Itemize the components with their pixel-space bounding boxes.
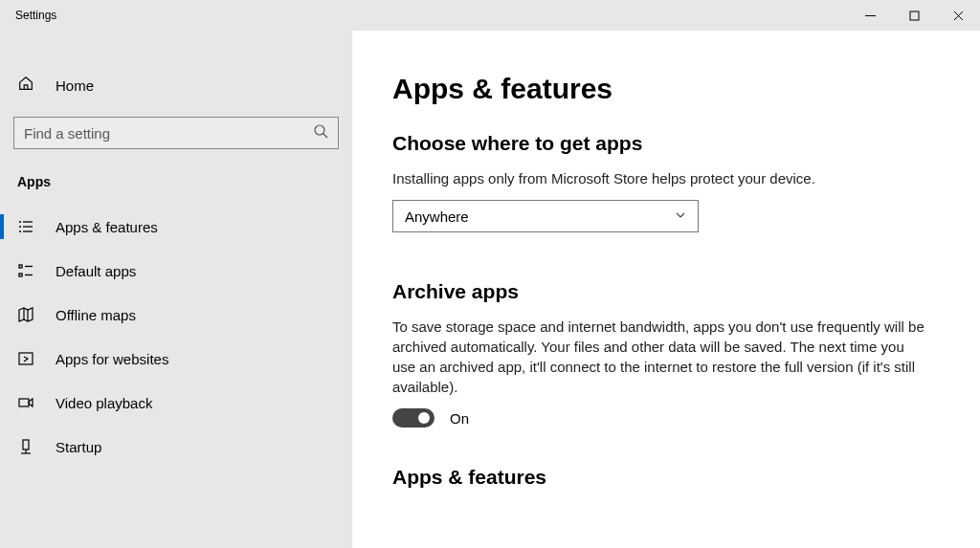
archive-heading: Archive apps bbox=[392, 280, 940, 303]
sidebar-item-default-apps[interactable]: Default apps bbox=[0, 249, 352, 293]
svg-rect-19 bbox=[19, 399, 29, 406]
sidebar-item-offline-maps[interactable]: Offline maps bbox=[0, 293, 352, 337]
svg-rect-21 bbox=[23, 440, 29, 449]
sidebar-item-apps-features[interactable]: Apps & features bbox=[0, 205, 352, 249]
maximize-button[interactable] bbox=[892, 0, 936, 31]
startup-icon bbox=[17, 438, 34, 455]
svg-rect-18 bbox=[19, 353, 33, 364]
home-icon bbox=[17, 75, 34, 96]
archive-toggle-label: On bbox=[450, 410, 469, 427]
video-icon bbox=[17, 394, 34, 411]
home-nav[interactable]: Home bbox=[0, 65, 352, 105]
sidebar-item-label: Video playback bbox=[56, 395, 152, 411]
home-label: Home bbox=[56, 77, 94, 94]
chevron-down-icon bbox=[675, 208, 686, 225]
svg-line-5 bbox=[323, 134, 327, 138]
search-input[interactable] bbox=[24, 125, 313, 142]
close-button[interactable] bbox=[936, 0, 980, 31]
toggle-knob bbox=[418, 412, 430, 424]
archive-toggle[interactable] bbox=[392, 408, 434, 427]
choose-description: Installing apps only from Microsoft Stor… bbox=[392, 168, 928, 188]
minimize-button[interactable] bbox=[848, 0, 892, 31]
choose-heading: Choose where to get apps bbox=[392, 132, 940, 155]
svg-rect-1 bbox=[910, 11, 919, 20]
svg-point-4 bbox=[315, 125, 324, 135]
sidebar-section-heading: Apps bbox=[0, 166, 352, 205]
close-icon bbox=[953, 11, 964, 21]
window-title: Settings bbox=[15, 9, 56, 22]
map-icon bbox=[17, 306, 34, 323]
archive-description: To save storage space and internet bandw… bbox=[392, 317, 928, 397]
sidebar-item-label: Default apps bbox=[56, 263, 136, 279]
sidebar-item-startup[interactable]: Startup bbox=[0, 425, 352, 469]
svg-rect-14 bbox=[19, 274, 22, 276]
title-bar: Settings bbox=[0, 0, 980, 31]
sidebar: Home Apps Apps & features bbox=[0, 31, 352, 548]
content-area: Apps & features Choose where to get apps… bbox=[352, 31, 980, 548]
minimize-icon bbox=[865, 11, 876, 21]
svg-rect-12 bbox=[19, 265, 22, 268]
page-title: Apps & features bbox=[392, 73, 940, 105]
sidebar-item-label: Apps & features bbox=[56, 219, 158, 235]
sidebar-item-label: Offline maps bbox=[56, 307, 136, 323]
window-controls bbox=[848, 0, 980, 31]
sidebar-item-label: Apps for websites bbox=[56, 351, 168, 367]
apps-features-heading: Apps & features bbox=[392, 466, 940, 489]
websites-icon bbox=[17, 350, 34, 367]
sidebar-item-apps-for-websites[interactable]: Apps for websites bbox=[0, 337, 352, 381]
list-icon bbox=[17, 218, 34, 235]
svg-marker-20 bbox=[29, 399, 33, 406]
search-box[interactable] bbox=[13, 117, 339, 149]
dropdown-value: Anywhere bbox=[405, 208, 469, 225]
sidebar-item-video-playback[interactable]: Video playback bbox=[0, 381, 352, 425]
sidebar-item-label: Startup bbox=[56, 439, 101, 455]
maximize-icon bbox=[909, 11, 920, 21]
app-source-dropdown[interactable]: Anywhere bbox=[392, 200, 699, 232]
defaults-icon bbox=[17, 262, 34, 279]
search-icon bbox=[313, 123, 328, 142]
sidebar-nav: Apps & features Default apps Offline map… bbox=[0, 205, 352, 469]
